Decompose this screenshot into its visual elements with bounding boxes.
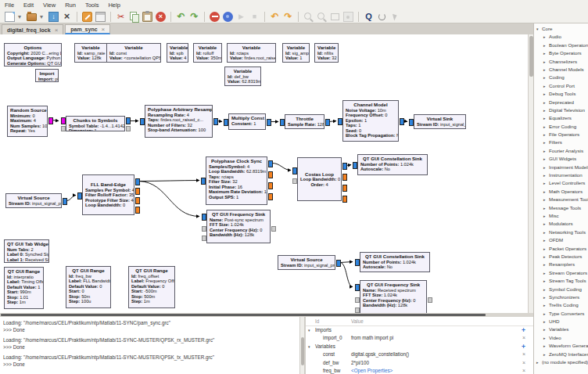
errors-icon[interactable] [210, 12, 220, 22]
chevron-down-icon[interactable]: ▾ [308, 343, 310, 351]
tree-item-filters[interactable]: ▸Filters [534, 138, 588, 146]
msg-port[interactable] [202, 236, 206, 241]
toggle-panel-icon[interactable] [95, 12, 106, 22]
complex-port[interactable] [213, 118, 218, 125]
tab-close-icon[interactable]: × [102, 24, 106, 34]
tree-item-uhd[interactable]: ▸UHD [534, 318, 588, 325]
tree-item-channel-models[interactable]: ▸Channel Models [534, 66, 588, 74]
tab-pam-sync[interactable]: pam_sync× [65, 24, 110, 34]
tab-digital-freq-lock[interactable]: digital_freq_lock× [2, 24, 63, 34]
float-port[interactable] [268, 182, 273, 189]
chevron-right-icon[interactable]: ▸ [543, 49, 546, 57]
chevron-right-icon[interactable]: ▸ [543, 325, 546, 333]
block-qt-gui-frequency-sink-1[interactable]: QT GUI Frequency SinkName: Post-sync spe… [206, 210, 271, 243]
float-port[interactable] [268, 171, 273, 178]
chevron-right-icon[interactable]: ▸ [543, 114, 546, 122]
complex-port[interactable] [353, 162, 357, 169]
complex-port[interactable] [63, 198, 67, 205]
chevron-right-icon[interactable]: ▸ [543, 164, 546, 171]
block-variable-sig-amp[interactable]: VariableId: sig_ampValue: 1 [282, 43, 310, 63]
chevron-right-icon[interactable]: ▸ [543, 171, 546, 179]
complex-port[interactable] [268, 160, 273, 167]
tree-item-digital-television[interactable]: ▸Digital Television [534, 106, 588, 114]
var-row-const[interactable]: constdigital.qpsk_constellation()× [306, 351, 533, 358]
chevron-right-icon[interactable]: ▸ [543, 82, 546, 90]
chevron-right-icon[interactable]: ▸ [543, 58, 546, 66]
complex-port[interactable] [400, 118, 404, 125]
block-qt-gui-frequency-sink-2[interactable]: QT GUI Frequency SinkName: Received spec… [360, 280, 427, 313]
complex-port[interactable] [355, 259, 360, 266]
block-qt-gui-range-freq-bw[interactable]: QT GUI RangeId: freq_bwLabel: FLL Bandwi… [66, 266, 111, 308]
snapshot-icon[interactable] [343, 12, 353, 22]
float-port[interactable] [342, 196, 347, 203]
chevron-right-icon[interactable]: ▸ [543, 253, 546, 261]
block-chunks-to-symbols[interactable]: Chunks to SymbolsSymbol Table: -1.4...1.… [66, 116, 125, 131]
chevron-right-icon[interactable]: ▸ [543, 212, 546, 220]
kill-flowgraph-icon[interactable] [249, 12, 260, 22]
generate-flowgraph-icon[interactable] [223, 12, 233, 22]
block-variable-nfilts[interactable]: VariableId: nfiltsValue: 32 [314, 43, 339, 63]
tree-item-networking-tools[interactable]: ▸Networking Tools [534, 228, 588, 236]
var-row-import-0[interactable]: import_0from math import pi× [306, 334, 533, 342]
block-polyphase-clock-sync[interactable]: Polyphase Clock SyncSamples/Symbol: 4Loo… [206, 156, 267, 205]
tree-item-file-operators[interactable]: ▸File Operators [534, 131, 588, 138]
chevron-right-icon[interactable]: ▸ [543, 204, 546, 212]
chevron-right-icon[interactable]: ▸ [543, 147, 546, 155]
block-qt-gui-constellation-sink-1[interactable]: QT GUI Constellation SinkNumber of Point… [357, 154, 428, 175]
save-icon[interactable] [48, 12, 59, 22]
complex-port[interactable] [409, 119, 414, 126]
add-button[interactable]: + [522, 343, 525, 351]
msg-port[interactable] [292, 178, 297, 184]
zoom-fit-icon[interactable] [330, 12, 340, 22]
tree-item-type-converters[interactable]: ▸Type Converters [534, 310, 588, 318]
rotate-ccw-icon[interactable] [270, 12, 280, 22]
tree-item-fourier-analysis[interactable]: ▸Fourier Analysis [534, 147, 588, 155]
block-costas-loop[interactable]: Costas LoopLoop Bandwidth: 0Order: 4 [297, 157, 342, 201]
tree-item-byte-operators[interactable]: ▸Byte Operators [534, 49, 588, 57]
var-row-def-bw[interactable]: def_bw2*pi/100× [306, 359, 533, 367]
complex-port[interactable] [292, 167, 297, 174]
byte-port[interactable] [48, 117, 53, 124]
remove-button[interactable]: × [522, 359, 525, 367]
chevron-right-icon[interactable]: ▸ [543, 269, 546, 277]
chevron-right-icon[interactable]: ▸ [543, 245, 546, 253]
chevron-right-icon[interactable]: ▸ [543, 106, 546, 114]
block-virtual-sink[interactable]: Virtual SinkStream ID: input_signal_prob… [414, 114, 466, 129]
chevron-right-icon[interactable]: ▸ [543, 261, 546, 268]
chevron-right-icon[interactable]: ▸ [543, 138, 546, 146]
chevron-right-icon[interactable]: ▸ [543, 188, 546, 196]
chevron-right-icon[interactable]: ▸ [543, 33, 546, 41]
float-port[interactable] [135, 207, 140, 214]
tree-item-impairment-models[interactable]: ▸Impairment Models [534, 164, 588, 171]
complex-port[interactable] [201, 178, 206, 185]
complex-port[interactable] [77, 192, 82, 200]
menu-help[interactable]: Help [103, 0, 124, 10]
canvas-vertical-scrollbar[interactable] [528, 34, 533, 313]
msg-port[interactable] [126, 126, 131, 131]
var-value[interactable]: 2*pi/100 [351, 359, 369, 367]
block-virtual-source-2[interactable]: Virtual SourceStream ID: input_signal_pr… [278, 255, 335, 270]
reload-blocks-icon[interactable] [377, 12, 387, 22]
chevron-right-icon[interactable]: ▸ [543, 342, 546, 350]
msg-port[interactable] [355, 297, 360, 303]
chevron-right-icon[interactable]: ▸ [543, 179, 546, 187]
block-throttle[interactable]: ThrottleSample Rate: 128k [285, 114, 324, 129]
chevron-right-icon[interactable]: ▸ [543, 155, 546, 163]
tree-item-resamplers[interactable]: ▸Resamplers [534, 261, 588, 268]
block-random-source[interactable]: Random SourceMinimum: 0Maximum: 4Num Sam… [7, 106, 48, 137]
msg-port[interactable] [202, 226, 206, 232]
tree-item-zeromq-interfaces[interactable]: ▸ZeroMQ Interfaces [534, 351, 588, 358]
complex-port[interactable] [325, 119, 330, 126]
chevron-right-icon[interactable]: ▸ [543, 301, 546, 309]
byte-port[interactable] [61, 117, 66, 124]
remove-button[interactable]: × [522, 334, 525, 342]
new-file-dropdown-icon[interactable] [18, 12, 23, 22]
block-qt-gui-constellation-sink-2[interactable]: QT GUI Constellation SinkNumber of Point… [360, 252, 430, 272]
chevron-right-icon[interactable]: ▸ [543, 99, 546, 106]
complex-port[interactable] [126, 117, 131, 124]
rotate-cw-icon[interactable] [283, 12, 293, 22]
add-button[interactable]: + [522, 326, 525, 334]
block-channel-model[interactable]: Channel ModelNoise Voltage: 10mFrequency… [342, 100, 399, 142]
msg-port[interactable] [355, 307, 360, 313]
chevron-right-icon[interactable]: ▸ [543, 123, 546, 131]
